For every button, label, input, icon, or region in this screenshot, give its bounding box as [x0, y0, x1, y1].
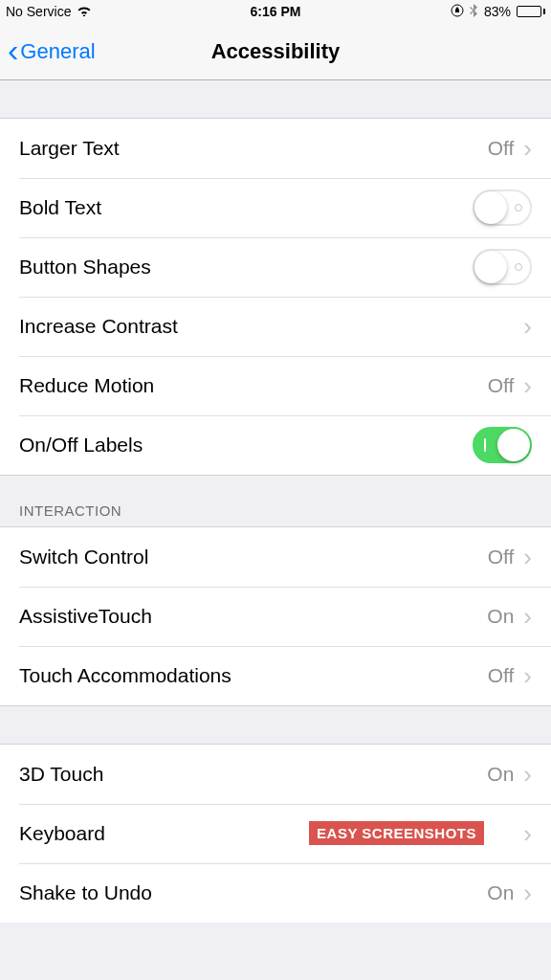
- section-header-interaction: INTERACTION: [0, 476, 551, 527]
- watermark-badge: EASY SCREENSHOTS: [309, 821, 484, 845]
- row-label: Reduce Motion: [19, 374, 488, 397]
- toggle-bold-text[interactable]: [473, 189, 532, 226]
- chevron-right-icon: ›: [523, 819, 532, 849]
- row-value: Off: [488, 137, 515, 160]
- row-label: Bold Text: [19, 196, 473, 219]
- row-assistive-touch[interactable]: AssistiveTouch On ›: [0, 587, 551, 646]
- row-button-shapes[interactable]: Button Shapes: [0, 237, 551, 297]
- row-increase-contrast[interactable]: Increase Contrast ›: [0, 297, 551, 356]
- row-label: 3D Touch: [19, 763, 487, 786]
- row-bold-text[interactable]: Bold Text: [0, 178, 551, 237]
- row-label: AssistiveTouch: [19, 605, 487, 628]
- chevron-right-icon: ›: [523, 371, 532, 401]
- row-touch-accommodations[interactable]: Touch Accommodations Off ›: [0, 646, 551, 705]
- battery-icon: [517, 6, 545, 17]
- bluetooth-icon: [470, 4, 478, 20]
- back-label: General: [20, 39, 95, 64]
- row-keyboard[interactable]: Keyboard › EASY SCREENSHOTS: [0, 804, 551, 863]
- orientation-lock-icon: [451, 4, 464, 20]
- row-value: Off: [488, 374, 515, 397]
- row-switch-control[interactable]: Switch Control Off ›: [0, 527, 551, 587]
- status-bar: No Service 6:16 PM 83%: [0, 0, 551, 23]
- row-label: Button Shapes: [19, 256, 473, 278]
- row-shake-to-undo[interactable]: Shake to Undo On ›: [0, 863, 551, 923]
- interaction-section-2: 3D Touch On › Keyboard › EASY SCREENSHOT…: [0, 745, 551, 923]
- vision-section: Larger Text Off › Bold Text Button Shape…: [0, 119, 551, 475]
- row-3d-touch[interactable]: 3D Touch On ›: [0, 745, 551, 804]
- row-larger-text[interactable]: Larger Text Off ›: [0, 119, 551, 178]
- row-label: Larger Text: [19, 137, 488, 160]
- row-onoff-labels[interactable]: On/Off Labels: [0, 415, 551, 475]
- row-value: Off: [488, 664, 515, 687]
- row-value: On: [487, 763, 514, 786]
- row-value: On: [487, 881, 514, 904]
- section-spacer: [0, 706, 551, 745]
- interaction-section: Switch Control Off › AssistiveTouch On ›…: [0, 527, 551, 705]
- nav-bar: ‹ General Accessibility: [0, 23, 551, 80]
- row-label: Shake to Undo: [19, 881, 487, 904]
- chevron-left-icon: ‹: [8, 33, 18, 66]
- section-spacer: [0, 80, 551, 119]
- row-label: Switch Control: [19, 546, 488, 568]
- row-label: Increase Contrast: [19, 315, 523, 338]
- toggle-button-shapes[interactable]: [473, 249, 532, 285]
- chevron-right-icon: ›: [523, 134, 532, 164]
- chevron-right-icon: ›: [523, 312, 532, 342]
- chevron-right-icon: ›: [523, 661, 532, 691]
- toggle-onoff-labels[interactable]: [473, 427, 532, 463]
- chevron-right-icon: ›: [523, 602, 532, 632]
- back-button[interactable]: ‹ General: [0, 23, 96, 79]
- chevron-right-icon: ›: [523, 879, 532, 908]
- row-label: On/Off Labels: [19, 434, 473, 457]
- row-value: Off: [488, 546, 515, 568]
- row-value: On: [487, 605, 514, 628]
- wifi-icon: [77, 4, 92, 19]
- chevron-right-icon: ›: [523, 543, 532, 572]
- row-label: Touch Accommodations: [19, 664, 488, 687]
- chevron-right-icon: ›: [523, 760, 532, 790]
- row-reduce-motion[interactable]: Reduce Motion Off ›: [0, 356, 551, 415]
- carrier-label: No Service: [6, 4, 71, 19]
- battery-percent: 83%: [484, 4, 511, 19]
